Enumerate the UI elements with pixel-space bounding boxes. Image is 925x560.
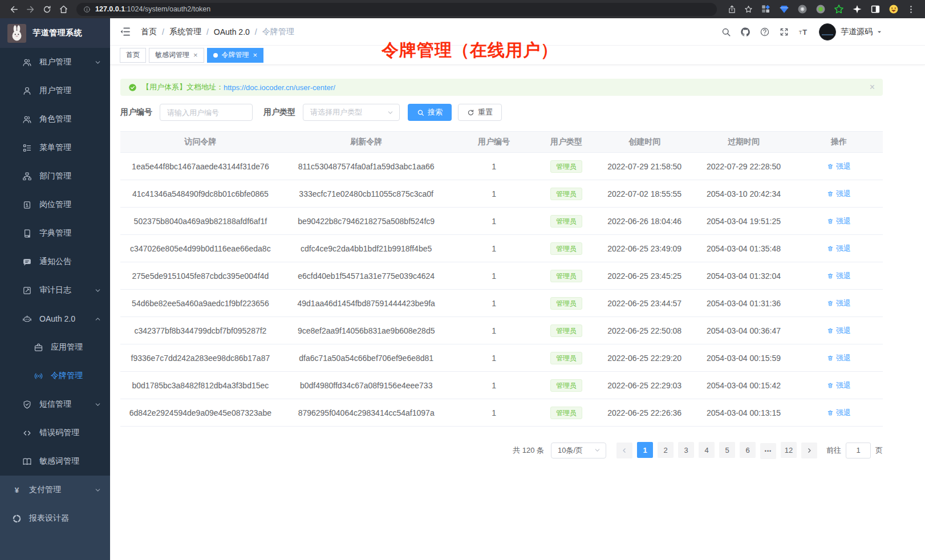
doc-alert-banner: 【用户体系】文档地址： https://doc.iocoder.cn/user-… [120,79,883,96]
profile-smiley-icon[interactable] [889,4,899,14]
user-type-badge: 管理员 [550,242,582,255]
force-logout-button[interactable]: 强退 [827,380,851,391]
sidebar-item-report-designer[interactable]: 报表设计器 [0,504,110,533]
svg-text:T: T [802,27,807,36]
github-icon[interactable] [740,27,750,37]
page-button-2[interactable]: 2 [658,442,674,458]
sidebar-item-dept-management[interactable]: 部门管理 [0,162,110,190]
refresh-token-cell: 811c530487574fa0af1a59d3abc1aa66 [281,153,452,180]
extension-pinwheel-icon[interactable] [852,4,862,14]
help-icon[interactable] [760,27,770,37]
sidebar-item-role-management[interactable]: 角色管理 [0,105,110,133]
tab-close-icon[interactable]: × [253,51,258,59]
goto-page-input[interactable] [846,443,871,458]
created-time-cell: 2022-06-25 22:26:36 [597,399,692,427]
action-cell: 强退 [795,208,883,235]
sidebar-item-sensitive-word-management[interactable]: 敏感词管理 [0,447,110,476]
created-time-cell: 2022-06-26 18:04:46 [597,208,692,235]
force-logout-button[interactable]: 强退 [827,271,851,281]
sidebar-item-pay-management[interactable]: ¥支付管理 [0,476,110,504]
force-logout-button[interactable]: 强退 [827,326,851,336]
table-row: f9336e7c7dd242a283ee98dc86b17a87dfa6c71a… [120,344,883,372]
sidebar-item-app-management[interactable]: 应用管理 [0,333,110,362]
extension-blocks-icon[interactable] [761,4,771,14]
next-page-button[interactable] [801,443,817,458]
sidebar-item-sms-management[interactable]: 短信管理 [0,390,110,419]
sidebar-item-notice-announcement[interactable]: 通知公告 [0,247,110,276]
page-button-4[interactable]: 4 [699,442,715,458]
extension-gem-icon[interactable] [779,4,789,14]
sidebar-item-menu-management[interactable]: 菜单管理 [0,133,110,162]
sidebar-item-tenant-management[interactable]: 租户管理 [0,48,110,76]
sidebar-item-token-management[interactable]: 令牌管理 [0,362,110,390]
sidebar-item-audit-log[interactable]: 审计日志 [0,276,110,305]
back-icon[interactable] [9,5,19,14]
sidebar-item-oauth2[interactable]: OAuth 2.0 [0,305,110,333]
force-logout-button[interactable]: 强退 [827,298,851,309]
sidebar-item-user-management[interactable]: 用户管理 [0,76,110,105]
chevron-down-icon [94,401,102,408]
sidebar-item-label: 应用管理 [51,342,83,352]
reset-button[interactable]: 重置 [458,104,502,121]
page-button-12[interactable]: 12 [781,442,797,458]
user-caret-down-icon[interactable] [876,29,883,35]
sidebar-collapse-icon[interactable] [119,26,131,38]
search-button[interactable]: 搜索 [408,104,452,121]
user-id-input[interactable] [160,104,253,121]
extension-record-icon[interactable] [816,4,826,14]
tab-sensitive-word[interactable]: 敏感词管理× [149,48,204,63]
extension-green-star-icon[interactable] [834,4,844,14]
user-type-badge: 管理员 [550,160,582,173]
force-logout-button[interactable]: 强退 [827,353,851,363]
tab-home[interactable]: 首页 [120,48,146,63]
alert-close-icon[interactable]: × [870,83,875,92]
sidebar-item-dict-management[interactable]: 字典管理 [0,219,110,247]
force-logout-button[interactable]: 强退 [827,244,851,254]
alert-doc-link[interactable]: https://doc.iocoder.cn/user-center/ [224,83,335,92]
page-button-3[interactable]: 3 [678,442,694,458]
extension-cmd-icon[interactable] [797,4,808,14]
user-type-cell: 管理员 [536,344,597,372]
font-size-icon[interactable]: TT [798,27,809,37]
refresh-token-cell: 8796295f04064c2983414cc54af1097a [281,399,452,427]
force-logout-button[interactable]: 强退 [827,408,851,418]
fullscreen-icon[interactable] [779,27,789,37]
page-button-5[interactable]: 5 [719,442,735,458]
search-icon[interactable] [721,27,731,37]
page-button-6[interactable]: 6 [740,442,756,458]
page-size-select[interactable]: 10条/页 [551,443,606,458]
share-icon[interactable] [727,5,737,14]
forward-icon[interactable] [26,5,35,14]
reload-icon[interactable] [42,5,52,14]
app-window: 芋道管理系统 租户管理用户管理角色管理菜单管理部门管理岗位管理字典管理通知公告审… [0,18,925,560]
address-bar[interactable]: 127.0.0.1:1024/system/oauth2/token [76,3,717,16]
prev-page-button[interactable] [616,443,632,458]
force-logout-button[interactable]: 强退 [827,161,851,172]
tab-close-icon[interactable]: × [193,51,198,59]
breadcrumb-item[interactable]: OAuth 2.0 [214,27,250,36]
extension-sidebar-icon[interactable] [870,4,881,14]
site-info-icon[interactable] [83,6,91,13]
force-logout-button[interactable]: 强退 [827,189,851,199]
browser-menu-dots-icon[interactable] [906,5,916,14]
sidebar-item-label: 审计日志 [39,285,71,295]
force-logout-button[interactable]: 强退 [827,216,851,226]
search-form: 用户编号 用户类型 请选择用户类型 搜索 重置 [120,104,883,121]
column-header: 过期时间 [692,132,795,153]
app-logo-row[interactable]: 芋道管理系统 [0,18,110,48]
breadcrumb-item[interactable]: 首页 [141,27,157,37]
breadcrumb-item[interactable]: 系统管理 [169,27,201,37]
bookmark-star-icon[interactable] [744,5,753,14]
created-time-cell: 2022-06-25 22:29:03 [597,372,692,399]
sidebar-item-error-code-management[interactable]: 错误码管理 [0,419,110,447]
tab-token[interactable]: 令牌管理× [207,48,264,63]
svg-text:T: T [799,29,802,35]
user-avatar[interactable] [819,23,836,40]
sidebar-item-post-management[interactable]: 岗位管理 [0,190,110,219]
user-type-badge: 管理员 [550,324,582,337]
user-type-select[interactable]: 请选择用户类型 [303,104,400,121]
username[interactable]: 芋道源码 [841,27,873,37]
created-time-cell: 2022-06-25 22:29:20 [597,344,692,372]
page-button-1[interactable]: 1 [637,442,653,458]
home-icon[interactable] [59,5,68,14]
